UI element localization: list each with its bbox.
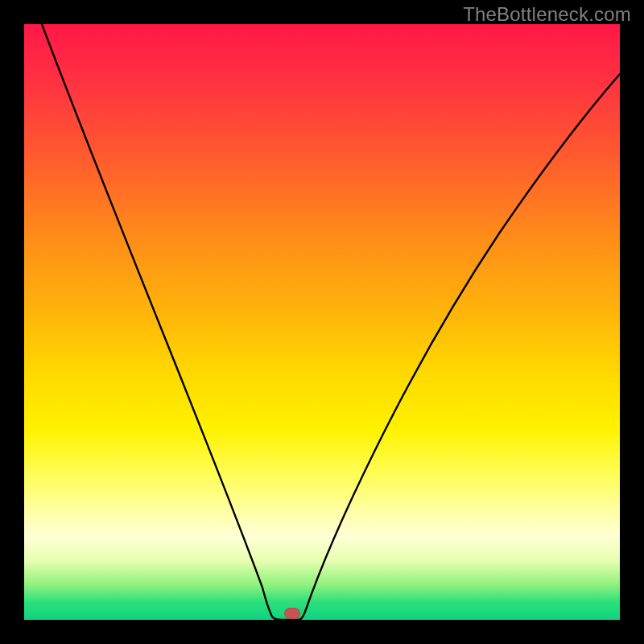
chart-frame: TheBottleneck.com <box>0 0 644 644</box>
optimal-point-marker <box>284 608 300 619</box>
watermark-text: TheBottleneck.com <box>463 3 631 26</box>
curve-path <box>42 24 620 620</box>
plot-area <box>24 24 620 620</box>
bottleneck-curve <box>24 24 620 620</box>
